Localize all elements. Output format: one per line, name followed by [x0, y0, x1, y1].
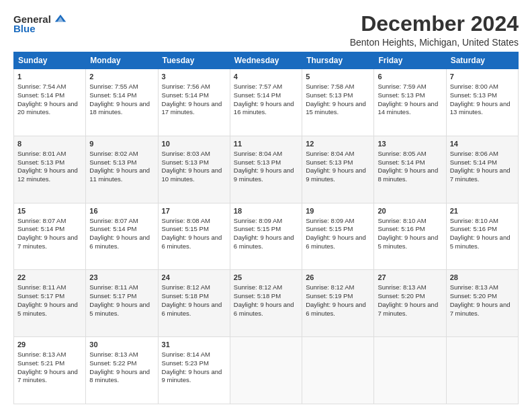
daylight-text: Daylight: 9 hours and 9 minutes.: [162, 368, 222, 384]
sunset-text: Sunset: 5:13 PM: [306, 158, 353, 166]
day-number: 20: [378, 206, 442, 216]
sunset-text: Sunset: 5:14 PM: [17, 91, 64, 99]
day-number: 10: [162, 139, 226, 149]
calendar-cell: [230, 337, 302, 404]
day-number: 5: [306, 72, 370, 82]
daylight-text: Daylight: 9 hours and 6 minutes.: [306, 234, 366, 250]
calendar-week-row: 1Sunrise: 7:54 AMSunset: 5:14 PMDaylight…: [14, 69, 519, 136]
daylight-text: Daylight: 9 hours and 7 minutes.: [378, 301, 438, 317]
day-number: 2: [89, 72, 154, 82]
calendar-cell: 1Sunrise: 7:54 AMSunset: 5:14 PMDaylight…: [14, 69, 86, 136]
day-number: 8: [17, 139, 82, 149]
calendar-table: SundayMondayTuesdayWednesdayThursdayFrid…: [13, 52, 519, 404]
sunrise-text: Sunrise: 7:57 AM: [234, 83, 282, 90]
day-number: 15: [17, 206, 82, 216]
calendar-cell: 30Sunrise: 8:13 AMSunset: 5:22 PMDayligh…: [86, 337, 158, 404]
calendar-cell: 29Sunrise: 8:13 AMSunset: 5:21 PMDayligh…: [14, 337, 86, 404]
calendar-cell: [302, 337, 374, 404]
calendar-cell: 16Sunrise: 8:07 AMSunset: 5:14 PMDayligh…: [86, 203, 158, 270]
sunrise-text: Sunrise: 8:01 AM: [17, 150, 66, 157]
logo-icon: [54, 12, 67, 26]
sunrise-text: Sunrise: 8:06 AM: [450, 150, 498, 157]
calendar-week-row: 22Sunrise: 8:11 AMSunset: 5:17 PMDayligh…: [14, 270, 519, 337]
sunrise-text: Sunrise: 7:58 AM: [306, 83, 354, 90]
sunset-text: Sunset: 5:17 PM: [17, 292, 64, 300]
day-number: 3: [162, 72, 226, 82]
calendar-header-thursday: Thursday: [302, 52, 374, 69]
daylight-text: Daylight: 9 hours and 9 minutes.: [306, 167, 366, 183]
calendar-week-row: 15Sunrise: 8:07 AMSunset: 5:14 PMDayligh…: [14, 203, 519, 270]
sunset-text: Sunset: 5:13 PM: [306, 91, 353, 99]
sunrise-text: Sunrise: 8:10 AM: [378, 217, 426, 224]
day-number: 11: [234, 139, 298, 149]
logo-blue: Blue: [13, 23, 36, 34]
daylight-text: Daylight: 9 hours and 7 minutes.: [450, 301, 511, 317]
sunset-text: Sunset: 5:14 PM: [17, 225, 64, 232]
calendar-header-sunday: Sunday: [14, 52, 86, 69]
daylight-text: Daylight: 9 hours and 11 minutes.: [89, 167, 150, 183]
calendar-cell: 31Sunrise: 8:14 AMSunset: 5:23 PMDayligh…: [158, 337, 230, 404]
day-number: 1: [17, 72, 82, 82]
sunrise-text: Sunrise: 8:02 AM: [89, 150, 138, 157]
sunset-text: Sunset: 5:14 PM: [378, 158, 425, 166]
sunset-text: Sunset: 5:15 PM: [234, 225, 281, 232]
calendar-cell: 19Sunrise: 8:09 AMSunset: 5:15 PMDayligh…: [302, 203, 374, 270]
sunrise-text: Sunrise: 8:09 AM: [306, 217, 354, 224]
calendar-cell: 6Sunrise: 7:59 AMSunset: 5:13 PMDaylight…: [374, 69, 446, 136]
daylight-text: Daylight: 9 hours and 5 minutes.: [89, 301, 150, 317]
day-number: 25: [234, 273, 298, 283]
calendar-cell: 10Sunrise: 8:03 AMSunset: 5:13 PMDayligh…: [158, 136, 230, 203]
day-number: 29: [17, 340, 82, 350]
daylight-text: Daylight: 9 hours and 6 minutes.: [306, 301, 366, 317]
sunset-text: Sunset: 5:13 PM: [450, 91, 497, 99]
day-number: 30: [89, 340, 154, 350]
sunset-text: Sunset: 5:20 PM: [378, 292, 425, 300]
sunrise-text: Sunrise: 8:12 AM: [306, 283, 354, 291]
title-block: December 2024 Benton Heights, Michigan, …: [350, 12, 519, 48]
calendar-cell: 18Sunrise: 8:09 AMSunset: 5:15 PMDayligh…: [230, 203, 302, 270]
day-number: 28: [450, 273, 515, 283]
day-number: 18: [234, 206, 298, 216]
day-number: 26: [306, 273, 370, 283]
daylight-text: Daylight: 9 hours and 6 minutes.: [162, 234, 222, 250]
daylight-text: Daylight: 9 hours and 5 minutes.: [450, 234, 511, 250]
daylight-text: Daylight: 9 hours and 12 minutes.: [17, 167, 78, 183]
daylight-text: Daylight: 9 hours and 7 minutes.: [17, 234, 78, 250]
sunset-text: Sunset: 5:13 PM: [17, 158, 64, 166]
calendar-cell: 4Sunrise: 7:57 AMSunset: 5:14 PMDaylight…: [230, 69, 302, 136]
day-number: 22: [17, 273, 82, 283]
sunset-text: Sunset: 5:22 PM: [89, 359, 136, 367]
sunset-text: Sunset: 5:21 PM: [17, 359, 64, 367]
sunrise-text: Sunrise: 8:07 AM: [89, 217, 138, 224]
calendar-header-monday: Monday: [86, 52, 158, 69]
calendar-cell: 11Sunrise: 8:04 AMSunset: 5:13 PMDayligh…: [230, 136, 302, 203]
sunset-text: Sunset: 5:14 PM: [89, 225, 136, 232]
sunset-text: Sunset: 5:18 PM: [234, 292, 281, 300]
sunrise-text: Sunrise: 8:13 AM: [378, 283, 426, 291]
day-number: 24: [162, 273, 226, 283]
sunset-text: Sunset: 5:14 PM: [450, 158, 497, 166]
calendar-cell: 9Sunrise: 8:02 AMSunset: 5:13 PMDaylight…: [86, 136, 158, 203]
daylight-text: Daylight: 9 hours and 6 minutes.: [234, 234, 294, 250]
page: General Blue December 2024 Benton Height…: [0, 0, 532, 411]
daylight-text: Daylight: 9 hours and 15 minutes.: [306, 100, 366, 116]
sunrise-text: Sunrise: 8:13 AM: [450, 283, 498, 291]
calendar-header-saturday: Saturday: [446, 52, 518, 69]
calendar-cell: 24Sunrise: 8:12 AMSunset: 5:18 PMDayligh…: [158, 270, 230, 337]
sunset-text: Sunset: 5:20 PM: [450, 292, 497, 300]
calendar-cell: 8Sunrise: 8:01 AMSunset: 5:13 PMDaylight…: [14, 136, 86, 203]
sunset-text: Sunset: 5:14 PM: [162, 91, 209, 99]
daylight-text: Daylight: 9 hours and 6 minutes.: [89, 234, 150, 250]
day-number: 23: [89, 273, 154, 283]
calendar-cell: 13Sunrise: 8:05 AMSunset: 5:14 PMDayligh…: [374, 136, 446, 203]
daylight-text: Daylight: 9 hours and 10 minutes.: [162, 167, 222, 183]
calendar-cell: 25Sunrise: 8:12 AMSunset: 5:18 PMDayligh…: [230, 270, 302, 337]
calendar-cell: [446, 337, 518, 404]
sunrise-text: Sunrise: 8:04 AM: [234, 150, 282, 157]
daylight-text: Daylight: 9 hours and 8 minutes.: [378, 167, 438, 183]
sunrise-text: Sunrise: 8:07 AM: [17, 217, 66, 224]
sunrise-text: Sunrise: 7:55 AM: [89, 83, 138, 90]
sunrise-text: Sunrise: 7:56 AM: [162, 83, 210, 90]
daylight-text: Daylight: 9 hours and 7 minutes.: [17, 368, 78, 384]
day-number: 17: [162, 206, 226, 216]
